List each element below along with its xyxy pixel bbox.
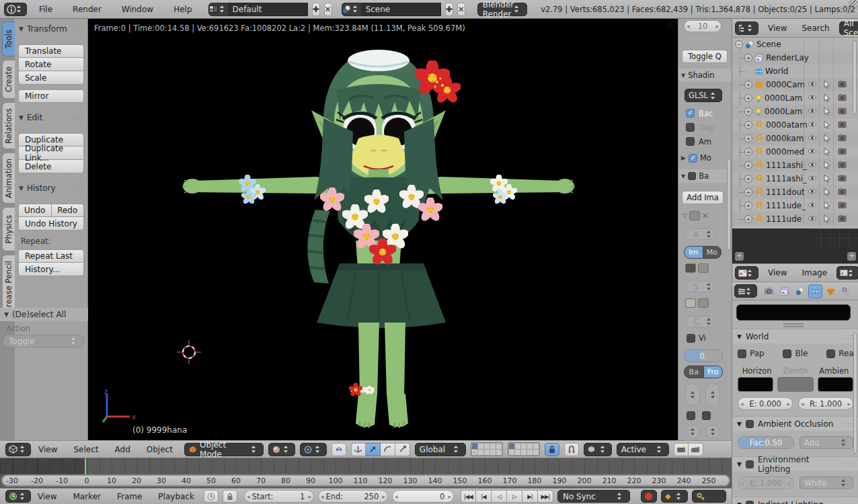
timeline-menu-playback[interactable]: Playback [155,492,197,501]
render-engine-dropdown[interactable]: Blender Render [477,3,528,16]
outliner-row[interactable]: +RenderLay [732,51,858,65]
add-layout-button[interactable]: ✚ [312,3,320,16]
cursor-icon[interactable] [824,120,833,130]
layers-group-1[interactable] [471,442,503,456]
cursor-icon[interactable] [824,161,833,170]
scene-selector[interactable]: Scene [342,3,441,16]
properties-tab-object-icon[interactable] [824,284,838,298]
cursor-icon[interactable] [824,201,833,210]
outliner-row[interactable]: +1111ude [732,212,858,226]
indirect-lighting-checkbox[interactable] [746,501,754,504]
menu-render[interactable]: Render [70,5,104,14]
window-resize-grip[interactable] [849,0,858,9]
deselect-all-panel-header[interactable]: ▼(De)select All:::: [0,308,88,321]
add-scene-button[interactable]: ✚ [445,3,453,16]
shelf-tab-tools[interactable]: Tools [2,22,15,56]
expand-region-left-icon[interactable]: + [735,252,744,261]
manipulator-axes-button[interactable] [351,443,366,456]
rotate-button[interactable]: Rotate [18,58,84,71]
cursor-icon[interactable] [824,214,833,224]
character-model[interactable] [88,19,678,440]
scale-button[interactable]: Scale [18,71,84,85]
photocam-icon[interactable] [838,120,847,130]
mode-dropdown[interactable]: Object Mode [184,443,264,456]
layer-cell[interactable] [509,444,514,449]
photocam-icon[interactable] [838,93,847,103]
transform-panel-header[interactable]: ▼Transform:::: [15,22,87,36]
menu-file[interactable]: File [36,5,55,14]
play-button[interactable]: ▷ [507,490,522,503]
shading-check-dep[interactable]: Dep [686,120,733,134]
background-images-panel-header[interactable]: ▼ Ba [678,169,732,183]
ao-blend-dropdown[interactable]: Add [800,436,853,449]
photocam-icon[interactable] [838,161,847,170]
outliner-row[interactable]: +0000Cam [732,78,858,91]
jump-to-start-button[interactable]: |◀◀ [461,490,476,503]
editor-type-outliner-dropdown[interactable] [735,22,758,35]
snap-toggle-button[interactable] [564,443,579,456]
editor-type-image-dropdown[interactable] [735,266,758,280]
play-reverse-button[interactable]: ◁ [492,490,507,503]
mirror-button[interactable]: Mirror [18,89,84,103]
outliner-row[interactable]: World [732,65,858,78]
image-movie-toggle[interactable]: ImMo [684,246,722,259]
shading-check-am[interactable]: Am [686,134,733,149]
environment-lighting-panel-header[interactable]: ▼ Environment Lighting::: [732,456,858,471]
lock-frame-range-button[interactable] [223,490,237,503]
eye-icon[interactable] [808,201,817,210]
color-swatch-zenith[interactable] [777,377,813,392]
expand-toggle[interactable]: + [744,215,752,223]
flip-x-checkbox[interactable] [687,411,695,420]
clip-dropdown[interactable]: C [685,316,715,327]
source-dropdown[interactable]: S [685,281,715,292]
shading-panel-header[interactable]: ▼Shadin [678,69,732,82]
delete-scene-button[interactable]: ✕ [457,3,465,16]
background-images-checkbox[interactable] [688,172,696,180]
action-dropdown[interactable]: Toggle [3,335,85,347]
view3d-menu-select[interactable]: Select [71,445,101,454]
snap-target-dropdown[interactable]: Active [617,443,669,456]
ambient-occlusion-panel-header[interactable]: ▼ Ambient Occlusion:::: [732,416,858,431]
scene-lock-button[interactable] [545,443,559,456]
cursor-icon[interactable] [824,107,833,116]
expand-toggle[interactable]: + [744,108,752,116]
layer-cell[interactable] [527,444,533,449]
environment-lighting-checkbox[interactable] [746,460,754,468]
world-check-real[interactable]: Real [826,349,856,358]
expand-toggle[interactable]: + [744,175,752,183]
eye-icon[interactable] [808,107,817,116]
viewport-shading-dropdown[interactable] [268,443,295,456]
remove-image-icon[interactable]: ✕ [702,211,709,220]
checkbox[interactable] [686,109,695,118]
next-keyframe-button[interactable]: ▶| [522,490,538,503]
photocam-icon[interactable] [838,80,847,89]
properties-tab-constraints-icon[interactable] [839,284,853,298]
env-energy-stepper[interactable]: ◂E: 1.000▸ [738,476,794,489]
outliner-row[interactable]: +1111ashi_ [732,172,858,185]
layer-cell[interactable] [521,450,526,455]
toggle-quad-view-button[interactable]: Toggle Q [682,50,728,63]
properties-tab-scene-icon[interactable] [793,284,807,298]
prev-keyframe-button[interactable]: |◀ [476,490,492,503]
outliner-row[interactable]: +0000kam [732,132,858,145]
panel-drag-handle[interactable] [783,323,804,327]
layer-cell[interactable] [527,450,533,455]
manipulator-scale-button[interactable] [395,443,410,456]
cursor-icon[interactable] [824,187,833,197]
outliner-row[interactable]: +0000med [732,145,858,159]
photocam-icon[interactable] [838,201,847,210]
back-front-toggle[interactable]: BaFro [684,366,723,378]
color-swatch-horizon[interactable] [738,377,773,392]
delete-layout-button[interactable]: ✕ [324,3,332,16]
shading-mode-dropdown[interactable]: GLSL [685,89,722,102]
timeline-scrollbar[interactable]: -30-20-100102030405060708090100110120130… [1,474,730,487]
expand-toggle[interactable]: + [744,81,752,89]
outliner-menu-view[interactable]: View [765,24,789,33]
opengl-render-anim-button[interactable] [689,443,703,456]
frame-end-stepper[interactable]: ◂End: 250▸ [318,490,388,503]
outliner-scrollbar[interactable] [853,40,857,114]
indirect-lighting-panel-header[interactable]: ▼ Indirect Lighting:::: [732,497,858,504]
offset-steppers[interactable] [685,383,720,406]
expand-toggle[interactable]: + [744,121,752,129]
layer-cell[interactable] [478,450,483,455]
